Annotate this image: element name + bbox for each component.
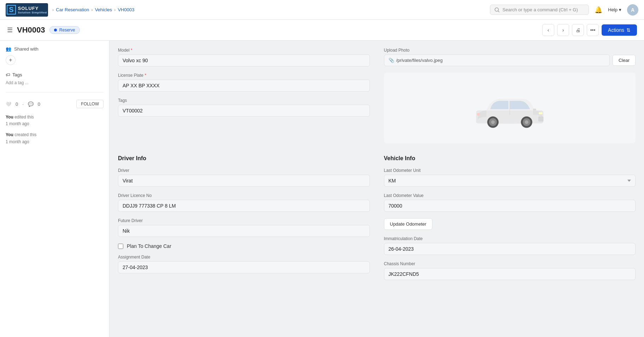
activity-time-1: 1 month ago xyxy=(6,121,29,126)
breadcrumb: › Car Reservation › Vehicles › VH0003 xyxy=(52,7,134,12)
breadcrumb-vehicles[interactable]: Vehicles xyxy=(95,7,112,12)
actions-chevron-icon: ⇅ xyxy=(626,27,631,33)
logo-main-text: SOLUFY xyxy=(18,6,39,11)
license-plate-label: License Plate * xyxy=(118,73,370,78)
odometer-unit-select[interactable]: KM Miles xyxy=(384,175,636,187)
svg-rect-4 xyxy=(538,116,543,122)
nav-right: Search or type a command (Ctrl + G) 🔔 He… xyxy=(490,4,638,16)
prev-button[interactable]: ‹ xyxy=(542,24,554,36)
upload-label: Upload Photo xyxy=(384,48,636,53)
paperclip-icon: 📎 xyxy=(389,58,394,63)
upload-section: Upload Photo 📎 /private/files/valvo.jpeg… xyxy=(384,48,636,66)
avatar[interactable]: A xyxy=(627,4,638,16)
chassis-number-label: Chassis Number xyxy=(384,261,636,266)
breadcrumb-sep2: › xyxy=(91,7,93,12)
driver-licence-value[interactable]: DDJJ9 777338 CP 8 LM xyxy=(118,200,370,212)
odometer-value[interactable]: 70000 xyxy=(384,200,636,212)
global-search[interactable]: Search or type a command (Ctrl + G) xyxy=(490,5,589,15)
activity-action-1: edited this xyxy=(14,115,34,120)
driver-licence-field: Driver Licence No DDJJ9 777338 CP 8 LM xyxy=(118,193,370,212)
next-button[interactable]: › xyxy=(557,24,569,36)
tags-label: Tags xyxy=(12,72,22,77)
driver-value[interactable]: Virat xyxy=(118,175,370,187)
update-odometer-button[interactable]: Update Odometer xyxy=(384,218,432,230)
actions-button[interactable]: Actions ⇅ xyxy=(602,24,637,36)
odometer-value-label: Last Odometer Value xyxy=(384,193,636,198)
sidebar: 👥 Shared with + 🏷 Tags Add a tag ... 🤍 0… xyxy=(0,41,110,337)
upload-input[interactable]: 📎 /private/files/valvo.jpeg xyxy=(384,54,610,66)
tags-title: 🏷 Tags xyxy=(6,72,104,77)
model-field: Model * Volvo xc 90 xyxy=(118,48,370,66)
content-area: Model * Volvo xc 90 License Plate * AP X… xyxy=(110,41,644,337)
top-navigation: S SOLUFY Solution Simplified › Car Reser… xyxy=(0,0,644,20)
logo-s-icon: S xyxy=(7,5,16,14)
model-value[interactable]: Volvo xc 90 xyxy=(118,54,370,66)
tags-field-label: Tags xyxy=(118,98,370,103)
future-driver-label: Future Driver xyxy=(118,218,370,223)
svg-point-7 xyxy=(491,120,495,124)
plan-to-change-label[interactable]: Plan To Change Car xyxy=(127,243,171,249)
plan-to-change-checkbox[interactable] xyxy=(118,244,123,249)
activity-time-2: 1 month ago xyxy=(6,139,29,144)
actions-label: Actions xyxy=(608,27,624,33)
driver-info-section: Driver Info Driver Virat Driver Licence … xyxy=(118,152,370,286)
chassis-number-field: Chassis Number JK222CFND5 xyxy=(384,261,636,280)
shared-with-label: Shared with xyxy=(14,46,39,52)
print-button[interactable]: 🖨 xyxy=(572,24,584,36)
tags-field: Tags VT00002 xyxy=(118,98,370,117)
driver-field: Driver Virat xyxy=(118,168,370,187)
like-count: 0 xyxy=(16,101,18,107)
activity-actor-2: You xyxy=(6,132,13,137)
follow-button[interactable]: FOLLOW xyxy=(76,100,104,108)
vehicle-info-title: Vehicle Info xyxy=(384,155,636,162)
hamburger-icon[interactable]: ☰ xyxy=(7,26,13,34)
model-label: Model * xyxy=(118,48,370,53)
notification-bell-icon[interactable]: 🔔 xyxy=(595,6,602,14)
top-form-grid: Model * Volvo xc 90 License Plate * AP X… xyxy=(118,48,636,143)
vehicle-info-section: Vehicle Info Last Odometer Unit KM Miles… xyxy=(384,152,636,286)
heart-icon[interactable]: 🤍 xyxy=(6,101,11,107)
comment-icon[interactable]: 💬 xyxy=(28,101,34,107)
assignment-date-label: Assignment Date xyxy=(118,255,370,260)
license-plate-field: License Plate * AP XX BP XXXX xyxy=(118,73,370,92)
clear-button[interactable]: Clear xyxy=(613,55,636,66)
tags-value[interactable]: VT00002 xyxy=(118,105,370,117)
more-options-button[interactable]: ••• xyxy=(587,24,599,36)
help-label: Help xyxy=(608,7,618,12)
driver-vehicle-grid: Driver Info Driver Virat Driver Licence … xyxy=(118,152,636,286)
status-dot-icon xyxy=(54,29,57,31)
assignment-date-field: Assignment Date 27-04-2023 xyxy=(118,255,370,273)
immatriculation-date-value[interactable]: 26-04-2023 xyxy=(384,243,636,255)
right-column: Upload Photo 📎 /private/files/valvo.jpeg… xyxy=(384,48,636,143)
odometer-value-field: Last Odometer Value 70000 xyxy=(384,193,636,212)
comment-count: 0 xyxy=(38,101,40,107)
model-required: * xyxy=(131,48,132,53)
breadcrumb-vh0003[interactable]: VH0003 xyxy=(118,7,134,12)
tag-icon: 🏷 xyxy=(6,72,10,77)
chassis-number-value[interactable]: JK222CFND5 xyxy=(384,268,636,280)
add-tag-button[interactable]: Add a tag ... xyxy=(6,80,29,85)
add-shared-user-button[interactable]: + xyxy=(6,55,16,65)
license-plate-value[interactable]: AP XX BP XXXX xyxy=(118,80,370,92)
help-button[interactable]: Help ▾ xyxy=(608,7,621,12)
activity-item-edit: You edited this 1 month ago xyxy=(6,114,104,127)
shared-with-section: 👥 Shared with xyxy=(6,46,104,52)
future-driver-value[interactable]: Nik xyxy=(118,225,370,237)
logo[interactable]: S SOLUFY Solution Simplified xyxy=(6,3,48,17)
breadcrumb-car-reservation[interactable]: Car Reservation xyxy=(56,7,89,12)
header-actions: ‹ › 🖨 ••• Actions ⇅ xyxy=(542,24,637,36)
car-image xyxy=(471,85,549,131)
svg-line-1 xyxy=(498,11,499,12)
dot-separator: · xyxy=(22,101,24,107)
svg-rect-14 xyxy=(533,109,536,110)
chevron-down-icon: ▾ xyxy=(619,7,621,12)
activity-action-2: created this xyxy=(14,132,36,137)
activity-item-create: You created this 1 month ago xyxy=(6,132,104,145)
search-placeholder: Search or type a command (Ctrl + G) xyxy=(502,7,578,12)
shared-with-icon: 👥 xyxy=(6,46,11,52)
odometer-unit-label: Last Odometer Unit xyxy=(384,168,636,173)
svg-rect-12 xyxy=(477,113,479,116)
odometer-unit-field: Last Odometer Unit KM Miles xyxy=(384,168,636,187)
assignment-date-value[interactable]: 27-04-2023 xyxy=(118,261,370,273)
page-header: ☰ VH0003 Reserve ‹ › 🖨 ••• Actions ⇅ xyxy=(0,20,644,41)
